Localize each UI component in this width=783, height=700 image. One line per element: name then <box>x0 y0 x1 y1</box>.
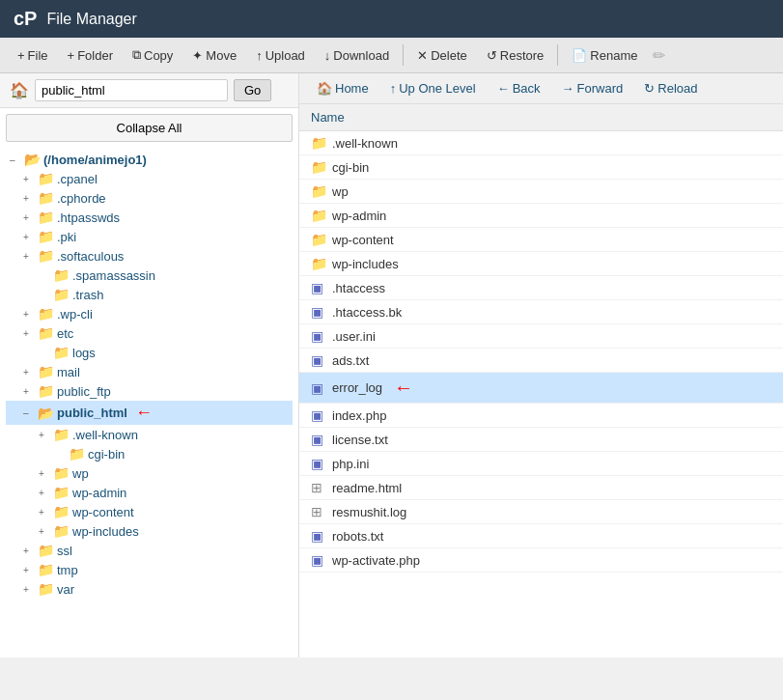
file-name: license.txt <box>332 433 388 447</box>
tree-item-cgi-bin[interactable]: 📁 cgi-bin <box>6 444 293 463</box>
move-button[interactable]: ✦ Move <box>184 44 244 67</box>
tree-item-mail[interactable]: + 📁 mail <box>6 362 293 381</box>
tree-item-htpasswds[interactable]: + 📁 .htpasswds <box>6 208 293 227</box>
tree-item-wp-admin[interactable]: + 📁 wp-admin <box>6 483 293 502</box>
file-row[interactable]: ⊞ readme.html <box>299 476 783 500</box>
go-button[interactable]: Go <box>234 79 271 101</box>
folder-icon: 📁 <box>38 171 54 186</box>
home-nav-button[interactable]: 🏠 Home <box>309 78 377 98</box>
tree-item-tmp[interactable]: + 📁 tmp <box>6 560 293 579</box>
tree-item-wpcli[interactable]: + 📁 .wp-cli <box>6 304 293 323</box>
file-row[interactable]: 📁 .well-known <box>299 131 783 155</box>
upload-button[interactable]: ↑ Upload <box>248 44 313 67</box>
tree-item-cpanel[interactable]: + 📁 .cpanel <box>6 169 293 188</box>
file-add-icon: + <box>17 48 25 63</box>
folder-icon: 📁 <box>38 543 54 558</box>
collapse-all-button[interactable]: Collapse All <box>6 114 293 142</box>
doc-icon: ▣ <box>311 456 332 471</box>
tree-label-public-html: public_html <box>57 406 127 420</box>
file-row[interactable]: ▣ wp-activate.php <box>299 548 783 573</box>
tree-item-cphorde[interactable]: + 📁 .cphorde <box>6 188 293 208</box>
folder-icon: 📁 <box>69 446 85 462</box>
doc-icon: ▣ <box>311 380 332 396</box>
delete-button[interactable]: ✕ Delete <box>409 44 475 67</box>
tree-item-public-html[interactable]: – 📂 public_html ← <box>6 401 293 425</box>
home-folder-icon: 📂 <box>24 152 41 167</box>
folder-button[interactable]: + Folder <box>60 44 121 67</box>
file-row[interactable]: ⊞ resmushit.log <box>299 500 783 524</box>
file-name: wp <box>332 184 349 199</box>
rename-button[interactable]: 📄 Rename <box>564 44 645 67</box>
restore-button[interactable]: ↺ Restore <box>479 44 552 67</box>
file-name: robots.txt <box>332 529 383 544</box>
tree-label: .cphorde <box>57 191 106 206</box>
file-row[interactable]: ▣ ads.txt <box>299 349 783 373</box>
file-list-header: Name <box>299 104 783 131</box>
tree-label: wp-includes <box>72 524 139 539</box>
tree-label: ssl <box>57 544 72 558</box>
forward-icon: → <box>562 81 574 96</box>
file-row[interactable]: ▣ .htaccess <box>299 276 783 300</box>
tree-item-wp-content[interactable]: + 📁 wp-content <box>6 502 293 521</box>
delete-icon: ✕ <box>417 48 428 63</box>
tree-item-wp-includes[interactable]: + 📁 wp-includes <box>6 521 293 541</box>
tree-label: public_ftp <box>57 384 111 399</box>
expand-icon: + <box>23 367 35 378</box>
file-row[interactable]: 📁 wp <box>299 180 783 204</box>
tree-item-logs[interactable]: 📁 logs <box>6 343 293 362</box>
copy-button[interactable]: ⧉ Copy <box>125 43 181 67</box>
tree-item-etc[interactable]: + 📁 etc <box>6 323 293 343</box>
download-button[interactable]: ↓ Download <box>317 44 397 67</box>
folder-icon: 📁 <box>53 427 70 442</box>
tree-item-var[interactable]: + 📁 var <box>6 579 293 599</box>
tree-label: wp-content <box>72 505 134 519</box>
tree-item-home[interactable]: – 📂 (/home/animejo1) <box>6 150 293 169</box>
folder-icon: 📁 <box>38 190 54 206</box>
file-button[interactable]: + File <box>10 44 56 67</box>
file-name: .htaccess <box>332 281 385 295</box>
file-row[interactable]: 📁 wp-content <box>299 228 783 252</box>
expand-icon: + <box>23 546 35 556</box>
tree-item-ssl[interactable]: + 📁 ssl <box>6 541 293 560</box>
expand-icon: + <box>39 430 50 440</box>
path-home-icon: 🏠 <box>10 81 29 99</box>
file-row[interactable]: 📁 wp-admin <box>299 204 783 228</box>
back-button[interactable]: ← Back <box>489 78 548 98</box>
forward-button[interactable]: → Forward <box>554 78 631 98</box>
expand-icon: + <box>23 174 35 184</box>
doc-icon: ▣ <box>311 304 332 320</box>
up-one-level-button[interactable]: ↑ Up One Level <box>382 78 484 98</box>
file-row[interactable]: ▣ index.php <box>299 404 783 428</box>
file-name: error_log <box>332 380 382 395</box>
tree-label: .htpasswds <box>57 210 120 225</box>
file-row[interactable]: ▣ .user.ini <box>299 324 783 349</box>
tree-item-wp[interactable]: + 📁 wp <box>6 463 293 483</box>
tree-item-softaculous[interactable]: + 📁 .softaculous <box>6 246 293 266</box>
tree-label: tmp <box>57 563 78 577</box>
file-row[interactable]: ▣ php.ini <box>299 452 783 476</box>
file-tree: – 📂 (/home/animejo1) + 📁 .cpanel + 📁 .cp… <box>0 148 298 658</box>
toolbar: + File + Folder ⧉ Copy ✦ Move ↑ Upload ↓… <box>0 38 783 73</box>
tree-item-trash[interactable]: 📁 .trash <box>6 285 293 304</box>
html-file-icon: ⊞ <box>311 480 332 495</box>
back-icon: ← <box>497 81 510 96</box>
reload-button[interactable]: ↻ Reload <box>636 78 705 98</box>
doc-icon: ▣ <box>311 352 332 368</box>
folder-icon: 📁 <box>38 248 54 264</box>
tree-item-pki[interactable]: + 📁 .pki <box>6 227 293 246</box>
file-row[interactable]: ▣ license.txt <box>299 428 783 452</box>
tree-item-spamassassin[interactable]: 📁 .spamassassin <box>6 266 293 285</box>
file-row[interactable]: ▣ robots.txt <box>299 524 783 548</box>
folder-open-icon: 📂 <box>38 406 54 421</box>
doc-icon: ▣ <box>311 328 332 344</box>
toolbar-separator <box>403 44 404 66</box>
file-row-error-log[interactable]: ▣ error_log ← <box>299 373 783 404</box>
file-row[interactable]: ▣ .htaccess.bk <box>299 300 783 324</box>
path-input[interactable] <box>35 79 228 101</box>
file-row[interactable]: 📁 cgi-bin <box>299 155 783 180</box>
file-row[interactable]: 📁 wp-includes <box>299 252 783 276</box>
up-icon: ↑ <box>390 81 397 96</box>
tree-item-well-known[interactable]: + 📁 .well-known <box>6 425 293 444</box>
folder-icon: 📁 <box>38 229 54 244</box>
tree-item-public-ftp[interactable]: + 📁 public_ftp <box>6 381 293 401</box>
